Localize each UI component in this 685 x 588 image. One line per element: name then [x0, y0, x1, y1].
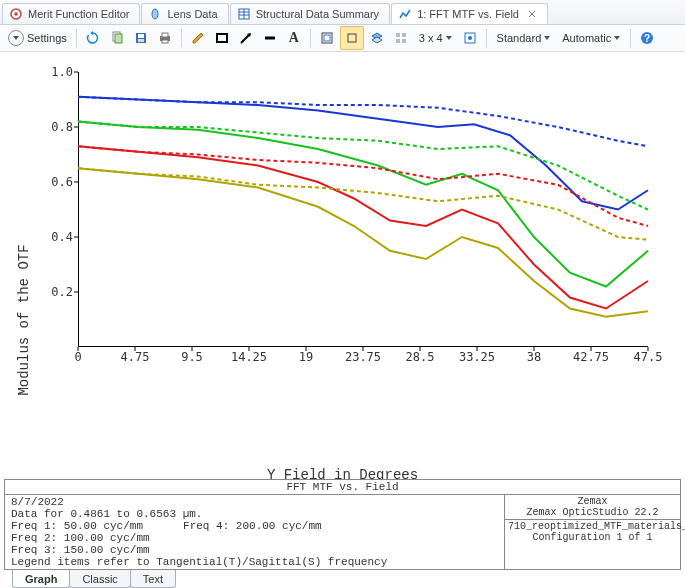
y-tick-label: 0.6	[51, 175, 78, 189]
info-vendor: Zemax Zemax OpticStudio 22.2	[505, 495, 680, 520]
x-tick-label: 47.5	[634, 347, 663, 364]
display-mode-combo[interactable]: Standard	[492, 27, 556, 49]
print-button[interactable]	[154, 27, 176, 49]
bottom-tab-classic[interactable]: Classic	[69, 570, 130, 588]
display-mode-value: Standard	[497, 32, 542, 44]
x-tick-label: 28.5	[406, 347, 435, 364]
file-name: 710_reoptimized_MTF_materials_QType.zmx	[508, 521, 677, 532]
bottom-tabstrip: Graph Classic Text	[12, 570, 175, 588]
info-freq1: Freq 1: 50.00 cyc/mm	[11, 520, 143, 532]
copy-button[interactable]	[106, 27, 128, 49]
series-S1	[78, 97, 648, 147]
lens-icon	[148, 7, 162, 21]
layer-button[interactable]	[366, 27, 388, 49]
y-tick-label: 0.4	[51, 230, 78, 244]
series-T4	[78, 168, 648, 317]
x-tick-label: 4.75	[121, 347, 150, 364]
svg-rect-19	[217, 34, 227, 42]
text-annotation-button[interactable]: A	[283, 27, 305, 49]
scale-mode-combo[interactable]: Automatic	[557, 27, 625, 49]
svg-rect-13	[138, 34, 144, 38]
rect-shape-button[interactable]	[211, 27, 233, 49]
svg-point-2	[152, 9, 158, 19]
tab-merit-function-editor[interactable]: Merit Function Editor	[2, 3, 140, 24]
vendor-name: Zemax	[508, 496, 677, 507]
info-freq4: Freq 4: 200.00 cyc/mm	[183, 520, 322, 532]
svg-rect-25	[348, 34, 356, 42]
tab-label: Structural Data Summary	[256, 8, 379, 20]
y-tick-label: 1.0	[51, 65, 78, 79]
tab-lens-data[interactable]: Lens Data	[141, 3, 228, 24]
plot-svg	[78, 72, 648, 347]
info-title: FFT MTF vs. Field	[5, 480, 680, 495]
separator	[486, 29, 487, 47]
x-tick-label: 42.75	[573, 347, 609, 364]
info-freq2: Freq 2: 100.00 cyc/mm	[11, 532, 498, 544]
bottom-tab-graph[interactable]: Graph	[12, 570, 70, 588]
info-wavelength: Data for 0.4861 to 0.6563 µm.	[11, 508, 498, 520]
help-button[interactable]: ?	[636, 27, 658, 49]
svg-rect-24	[324, 35, 330, 41]
separator	[310, 29, 311, 47]
y-axis-label: Modulus of the OTF	[16, 244, 32, 395]
zoom-fit-button[interactable]	[316, 27, 338, 49]
separator	[630, 29, 631, 47]
x-tick-label: 14.25	[231, 347, 267, 364]
table-icon	[237, 7, 251, 21]
tab-label: 1: FFT MTF vs. Field	[417, 8, 519, 20]
config-label: Configuration 1 of 1	[508, 532, 677, 543]
info-right: Zemax Zemax OpticStudio 22.2 710_reoptim…	[504, 495, 680, 569]
tab-fft-mtf-vs-field[interactable]: 1: FFT MTF vs. Field	[391, 3, 548, 24]
caret-icon	[614, 36, 620, 40]
x-tick-label: 0	[74, 347, 81, 364]
x-tick-label: 9.5	[181, 347, 203, 364]
info-file: 710_reoptimized_MTF_materials_QType.zmx …	[505, 520, 680, 544]
svg-rect-29	[402, 33, 406, 37]
svg-text:?: ?	[644, 33, 650, 44]
settings-expander[interactable]: Settings	[4, 27, 71, 49]
series-S2	[78, 122, 648, 210]
settings-label: Settings	[27, 32, 67, 44]
svg-rect-14	[138, 39, 144, 42]
options-button[interactable]	[459, 27, 481, 49]
x-tick-label: 38	[527, 347, 541, 364]
bottom-tab-text[interactable]: Text	[130, 570, 176, 588]
line-shape-button[interactable]	[259, 27, 281, 49]
info-date: 8/7/2022	[11, 496, 498, 508]
svg-point-33	[468, 36, 472, 40]
info-freq3: Freq 3: 150.00 cyc/mm	[11, 544, 498, 556]
tab-label: Merit Function Editor	[28, 8, 129, 20]
grid-size-combo[interactable]: 3 x 4	[414, 27, 457, 49]
grid-toggle-button[interactable]	[390, 27, 412, 49]
plot-area[interactable]: 0.20.40.60.81.004.759.514.251923.7528.53…	[78, 72, 648, 347]
svg-rect-31	[402, 39, 406, 43]
arrow-shape-button[interactable]	[235, 27, 257, 49]
zoom-actual-button[interactable]	[340, 26, 364, 50]
x-tick-label: 19	[299, 347, 313, 364]
toolbar: Settings A 3 x 4 Standa	[0, 25, 685, 52]
x-tick-label: 23.75	[345, 347, 381, 364]
svg-marker-27	[372, 37, 382, 43]
product-name: Zemax OpticStudio 22.2	[508, 507, 677, 518]
svg-rect-11	[115, 34, 122, 43]
svg-marker-18	[193, 33, 203, 43]
refresh-button[interactable]	[82, 27, 104, 49]
svg-marker-9	[90, 31, 93, 35]
pencil-button[interactable]	[187, 27, 209, 49]
series-S3	[78, 146, 648, 226]
chart-panel: Modulus of the OTF Y Field in Degrees 0.…	[0, 52, 685, 588]
tab-structural-data-summary[interactable]: Structural Data Summary	[230, 3, 390, 24]
svg-point-1	[14, 12, 17, 15]
save-button[interactable]	[130, 27, 152, 49]
close-icon[interactable]	[527, 9, 537, 19]
series-T3	[78, 146, 648, 308]
tab-label: Lens Data	[167, 8, 217, 20]
svg-rect-30	[396, 39, 400, 43]
x-tick-label: 33.25	[459, 347, 495, 364]
y-tick-label: 0.2	[51, 285, 78, 299]
grid-size-value: 3 x 4	[419, 32, 443, 44]
caret-icon	[446, 36, 452, 40]
info-legend-note: Legend items refer to Tangential(T)/Sagi…	[11, 556, 498, 568]
svg-rect-17	[162, 40, 168, 43]
info-panel: FFT MTF vs. Field 8/7/2022 Data for 0.48…	[4, 479, 681, 570]
